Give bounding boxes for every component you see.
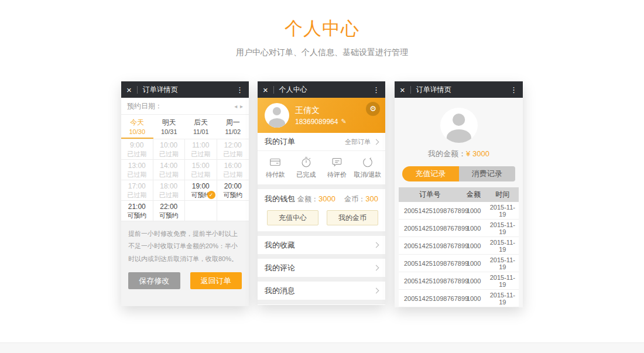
page-title: 个人中心	[0, 16, 644, 41]
menu-dots-icon[interactable]: ⋮	[510, 85, 518, 94]
time-slot[interactable]: 17:00已过期	[121, 180, 153, 201]
table-row[interactable]: 200514251098767899 1000 2015-11-19	[399, 255, 519, 272]
cancellation-policy-note: 提前一小时修改免费，提前半小时以上不足一小时收取订单金额的20%：半小时以内或到…	[128, 228, 242, 265]
table-row[interactable]: 200514251098767899 1000 2015-11-19	[399, 220, 519, 237]
header-divider	[137, 86, 138, 94]
time-slot[interactable]: 20:00可预约	[217, 180, 249, 201]
stopwatch-icon	[300, 156, 313, 169]
coin-value: 300	[365, 194, 378, 203]
table-row[interactable]: 200514251098767899 1000 2015-11-19	[399, 272, 519, 290]
recharge-center-button[interactable]: 充值中心	[267, 210, 318, 225]
time-slot[interactable]: 12:00已过期	[217, 139, 249, 160]
phone3-header: × 订单详情页 ⋮	[395, 81, 523, 98]
time-slot-empty	[217, 201, 249, 221]
table-row[interactable]: 200514251098767899 1000 2015-11-19	[399, 290, 519, 307]
my-balance-line: 我的金额：¥ 3000	[395, 149, 523, 159]
close-icon[interactable]: ×	[400, 85, 405, 94]
profile-info: 王倩文 18369089964 ✎	[295, 105, 347, 126]
completed-item[interactable]: 已完成	[291, 156, 322, 179]
menu-item-comments[interactable]: 我的评论	[258, 259, 385, 277]
order-status-icons: 待付款 已完成 待评价 取消/退款	[258, 151, 385, 184]
time-slot[interactable]: 18:00已过期	[153, 180, 186, 201]
table-row[interactable]: 200514251098767899 1000 2015-11-19	[399, 237, 519, 255]
day-tab-tomorrow[interactable]: 明天 10/31	[153, 115, 186, 139]
time-slot[interactable]: 11:00已过期	[185, 139, 217, 160]
next-date-icon[interactable]: ▸	[240, 103, 243, 109]
menu-item-favorites[interactable]: 我的收藏	[258, 236, 385, 254]
all-orders-label: 全部订单	[345, 138, 371, 146]
time-slot[interactable]: 16:00已过期	[217, 160, 249, 180]
day-tab-day-after[interactable]: 后天 11/01	[185, 115, 217, 139]
time-slot[interactable]: 21:00可预约	[121, 201, 153, 221]
settings-gear-icon[interactable]: ⚙	[366, 102, 380, 116]
section-divider	[258, 231, 385, 236]
menu-dots-icon[interactable]: ⋮	[236, 85, 244, 94]
wallet-section: 我的钱包 金额：3000 金币：300 充值中心 我的金币	[258, 189, 385, 231]
section-divider	[258, 184, 385, 189]
section-divider	[258, 254, 385, 259]
comment-icon	[330, 156, 343, 169]
header-divider	[273, 86, 274, 94]
phone3-title: 订单详情页	[416, 85, 451, 95]
profile-name: 王倩文	[295, 105, 347, 116]
chevron-right-icon	[374, 242, 379, 248]
refund-icon	[361, 156, 374, 169]
tab-recharge-records[interactable]: 充值记录	[402, 166, 459, 181]
personal-center-screen: × 个人中心 ⋮ 王倩文 18369089964 ✎ ⚙ 我的订单 全部订单	[258, 81, 385, 305]
chevron-right-icon	[374, 139, 379, 145]
day-tab-today[interactable]: 今天 10/30	[121, 115, 153, 139]
phone1-title: 订单详情页	[143, 85, 178, 95]
time-slot[interactable]: 15:00已过期	[185, 160, 217, 180]
back-to-order-button[interactable]: 返回订单	[190, 272, 242, 289]
close-icon[interactable]: ×	[126, 85, 132, 94]
my-orders-row[interactable]: 我的订单 全部订单	[258, 133, 385, 151]
pending-payment-item[interactable]: 待付款	[260, 156, 291, 179]
booking-note-section: 提前一小时修改免费，提前半小时以上不足一小时收取订单金额的20%：半小时以内或到…	[121, 221, 249, 306]
header-divider	[410, 86, 411, 94]
menu-item-addresses[interactable]: 地址管理	[258, 304, 385, 305]
pending-review-item[interactable]: 待评价	[321, 156, 352, 179]
time-slot[interactable]: 14:00已过期	[153, 160, 186, 180]
card-icon	[269, 156, 282, 169]
chevron-right-icon	[374, 288, 379, 294]
save-changes-button[interactable]: 保存修改	[128, 272, 180, 289]
time-slot[interactable]: 10:00已过期	[153, 139, 186, 160]
edit-pencil-icon[interactable]: ✎	[341, 118, 346, 125]
avatar[interactable]	[265, 103, 289, 128]
close-icon[interactable]: ×	[263, 85, 268, 94]
my-balance-label: 我的金额：	[428, 149, 466, 158]
page: 个人中心 用户中心对订单、个人信息、基础设置进行管理 × 订单详情页 ⋮ 预约日…	[0, 0, 644, 353]
order-detail-screen: × 订单详情页 ⋮ 预约日期： ◂ ▸ 今天 10/30 明天 10/31 后天	[121, 81, 249, 306]
date-pager: ◂ ▸	[233, 103, 243, 109]
page-subtitle: 用户中心对订单、个人信息、基础设置进行管理	[0, 47, 644, 58]
time-slot[interactable]: 13:00已过期	[121, 160, 153, 180]
balance-label: 金额：	[297, 195, 318, 203]
time-slot[interactable]: 9:00已过期	[121, 139, 153, 160]
phone2-title: 个人中心	[279, 85, 307, 95]
time-slot[interactable]: 22:00可预约	[153, 201, 186, 221]
menu-dots-icon[interactable]: ⋮	[372, 85, 380, 94]
page-footer	[0, 342, 644, 353]
profile-banner: 王倩文 18369089964 ✎ ⚙	[258, 98, 385, 133]
booking-date-label: 预约日期：	[127, 101, 162, 111]
phone2-header: × 个人中心 ⋮	[258, 81, 385, 98]
section-divider	[258, 300, 385, 304]
tab-consumption-records[interactable]: 消费记录	[459, 166, 516, 181]
time-slot-selected[interactable]: 19:00 可预约 ✓	[185, 180, 217, 201]
phone1-header: × 订单详情页 ⋮	[121, 81, 249, 98]
avatar	[440, 108, 478, 143]
my-coins-button[interactable]: 我的金币	[327, 210, 378, 225]
time-slot-grid: 9:00已过期 10:00已过期 11:00已过期 12:00已过期 13:00…	[121, 139, 249, 221]
my-balance-value: ¥ 3000	[466, 149, 489, 158]
menu-item-messages[interactable]: 我的消息	[258, 282, 385, 300]
section-divider	[258, 277, 385, 282]
records-table: 订单号 金额 时间 200514251098767899 1000 2015-1…	[399, 187, 519, 307]
chevron-right-icon	[374, 265, 379, 271]
prev-date-icon[interactable]: ◂	[234, 103, 237, 109]
balance-value: 3000	[318, 194, 335, 203]
record-tabs: 充值记录 消费记录	[402, 166, 515, 181]
table-row[interactable]: 200514251098767899 1000 2015-11-19	[399, 202, 519, 220]
cancel-refund-item[interactable]: 取消/退款	[352, 156, 383, 179]
day-tab-monday[interactable]: 周一 11/02	[217, 115, 249, 139]
time-slot-empty	[185, 201, 217, 221]
